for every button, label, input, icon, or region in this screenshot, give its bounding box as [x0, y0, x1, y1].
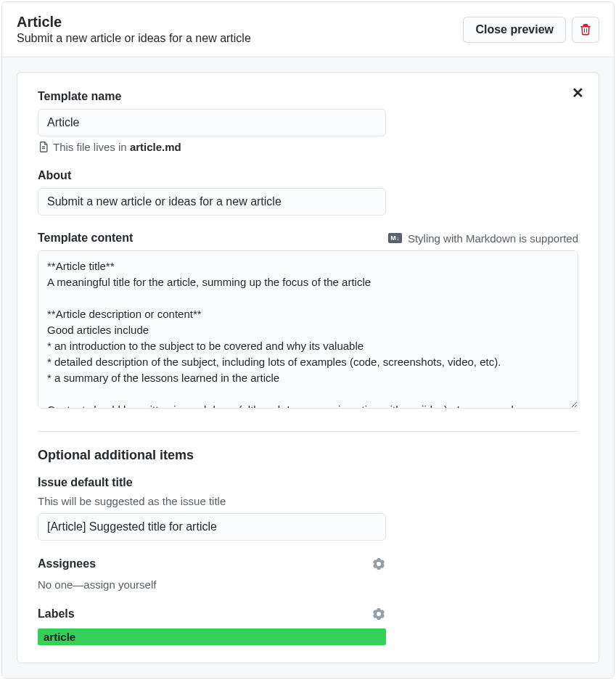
file-name: article.md	[130, 141, 181, 153]
template-content-textarea[interactable]	[38, 250, 578, 409]
page-title: Article	[17, 14, 463, 30]
assignees-empty-text[interactable]: No one—assign yourself	[38, 578, 578, 591]
header: Article Submit a new article or ideas fo…	[2, 2, 614, 57]
markdown-hint[interactable]: M↓ Styling with Markdown is supported	[388, 232, 578, 245]
gear-icon[interactable]	[371, 557, 386, 571]
default-title-label: Issue default title	[38, 476, 578, 489]
editor-body: ✕ Template name This file lives in artic…	[2, 57, 614, 678]
divider	[38, 431, 578, 432]
default-title-input[interactable]	[38, 513, 386, 541]
labels-row: Labels	[38, 607, 386, 621]
editor-card: ✕ Template name This file lives in artic…	[17, 72, 599, 663]
default-title-hint: This will be suggested as the issue titl…	[38, 495, 578, 507]
markdown-hint-text: Styling with Markdown is supported	[408, 232, 578, 245]
gear-icon[interactable]	[371, 607, 386, 621]
labels-label: Labels	[38, 607, 371, 621]
file-hint-text: This file lives in article.md	[53, 141, 181, 153]
template-editor-container: Article Submit a new article or ideas fo…	[1, 1, 615, 679]
about-label: About	[38, 169, 578, 182]
file-icon	[38, 142, 49, 152]
about-input[interactable]	[38, 188, 386, 216]
assignees-row: Assignees	[38, 557, 386, 571]
header-actions: Close preview	[463, 17, 599, 43]
delete-button[interactable]	[572, 17, 599, 43]
file-location-hint: This file lives in article.md	[38, 141, 578, 153]
close-icon[interactable]: ✕	[572, 86, 584, 100]
labels-group: Labels article	[38, 607, 578, 645]
assignees-group: Assignees No one—assign yourself	[38, 557, 578, 591]
template-name-group: Template name This file lives in article…	[38, 90, 578, 153]
label-chip-article[interactable]: article	[38, 628, 386, 645]
close-preview-button[interactable]: Close preview	[463, 17, 566, 43]
header-text: Article Submit a new article or ideas fo…	[17, 14, 463, 45]
template-content-group: Template content M↓ Styling with Markdow…	[38, 232, 578, 411]
template-name-input[interactable]	[38, 109, 386, 136]
template-name-label: Template name	[38, 90, 578, 103]
default-title-group: Issue default title This will be suggest…	[38, 476, 578, 541]
about-group: About	[38, 169, 578, 216]
trash-icon	[580, 24, 591, 36]
assignees-label: Assignees	[38, 557, 371, 570]
markdown-icon: M↓	[388, 233, 402, 243]
optional-heading: Optional additional items	[38, 448, 578, 463]
page-subtitle: Submit a new article or ideas for a new …	[17, 32, 463, 45]
template-content-label: Template content	[38, 232, 388, 245]
content-header-row: Template content M↓ Styling with Markdow…	[38, 232, 578, 245]
